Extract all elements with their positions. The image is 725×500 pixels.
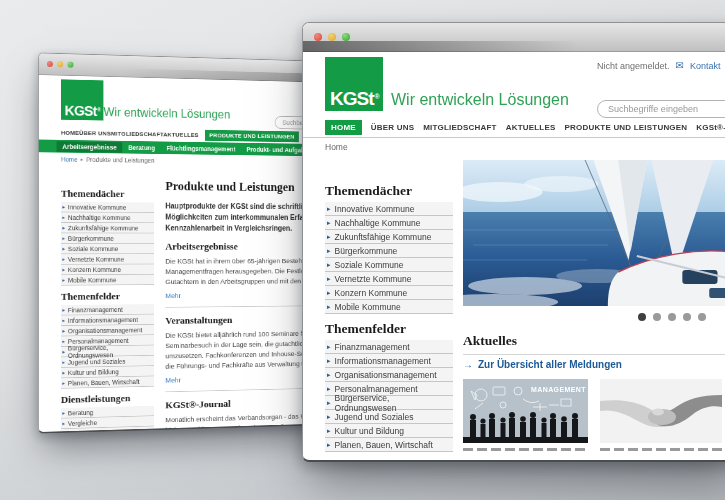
- nav-item-active[interactable]: HOME: [325, 120, 362, 135]
- close-button[interactable]: [47, 61, 53, 67]
- nav-item[interactable]: HOME: [61, 129, 79, 136]
- nav-item[interactable]: ÜBER UNS: [79, 129, 111, 136]
- arrow-icon: ▸: [327, 261, 331, 268]
- sidebar-item[interactable]: ▸Innovative Kommune: [61, 202, 154, 213]
- minimize-button[interactable]: [57, 61, 63, 67]
- carousel-dot[interactable]: [653, 313, 661, 321]
- more-link[interactable]: Mehr: [165, 376, 180, 384]
- arrow-icon: ▸: [62, 307, 65, 312]
- nav-item[interactable]: AKTUELLES: [506, 123, 556, 132]
- sidebar-item-label: Vernetzte Kommune: [335, 274, 412, 284]
- subnav-item[interactable]: Flüchtlingsmanagement: [161, 143, 241, 154]
- nav-item[interactable]: KGSt®-FORUM 2014: [696, 123, 725, 132]
- sidebar-item[interactable]: ▸Finanzmanagement: [325, 340, 453, 354]
- arrow-icon: ▸: [327, 289, 331, 296]
- sidebar-item[interactable]: ▸Nachhaltige Kommune: [61, 212, 154, 223]
- sidebar-item[interactable]: ▸Innovative Kommune: [325, 202, 453, 216]
- sidebar-item[interactable]: ▸Soziale Kommune: [61, 244, 154, 254]
- clipped-caption-row: [463, 448, 725, 451]
- sidebar-item[interactable]: ▸Vernetzte Kommune: [325, 272, 453, 286]
- management-news-image[interactable]: MANAGEMENT: [463, 379, 588, 443]
- breadcrumb-home-link[interactable]: Home: [61, 156, 78, 164]
- browser-window-front: KGSt® Wir entwickeln Lösungen Nicht ange…: [302, 22, 725, 462]
- nav-item[interactable]: ÜBER UNS: [371, 123, 414, 132]
- arrow-icon: ▸: [62, 236, 65, 241]
- news-overview-link[interactable]: → Zur Übersicht aller Meldungen: [463, 359, 725, 370]
- nav-item[interactable]: MITGLIEDSCHAFT: [423, 123, 496, 132]
- arrow-icon: ▸: [62, 246, 65, 251]
- sidebar-item-label: Seminare & Kongresse: [68, 428, 132, 433]
- arrow-icon: ▸: [327, 219, 331, 226]
- sailboat-illustration: [463, 160, 725, 306]
- logo-text: KGSt: [330, 89, 374, 108]
- sidebar-item[interactable]: ▸Vernetzte Kommune: [61, 254, 154, 265]
- sidebar-item[interactable]: ▸Soziale Kommune: [325, 258, 453, 272]
- zoom-button[interactable]: [342, 33, 350, 41]
- carousel-dot[interactable]: [683, 313, 691, 321]
- sidebar-item[interactable]: ▸Bürgerservice, Ordnungswesen: [325, 396, 453, 410]
- breadcrumb-current: Produkte und Leistungen: [86, 156, 154, 164]
- kgst-logo[interactable]: KGSt®: [61, 79, 103, 120]
- arrow-icon: ▸: [62, 370, 65, 375]
- sidebar-item-label: Zukunftsfähige Kommune: [335, 232, 432, 242]
- nav-item[interactable]: MITGLIEDSCHAFT: [111, 130, 163, 138]
- sidebar-item[interactable]: ▸Planen, Bauen, Wirtschaft: [325, 438, 453, 452]
- site-header: KGSt® Wir entwickeln Lösungen Nicht ange…: [303, 52, 725, 118]
- arrow-icon: ▸: [62, 421, 65, 426]
- sidebar-item[interactable]: ▸Organisationsmanagement: [325, 368, 453, 382]
- kgst-logo[interactable]: KGSt®: [325, 57, 383, 111]
- section-divider: [463, 354, 725, 355]
- sidebar-item[interactable]: ▸Planen, Bauen, Wirtschaft: [61, 376, 154, 388]
- arrow-icon: ▸: [62, 328, 65, 333]
- site-tagline: Wir entwickeln Lösungen: [391, 91, 569, 109]
- sidebar-item[interactable]: ▸Kultur und Bildung: [325, 424, 453, 438]
- sidebar-item[interactable]: ▸Zukunftsfähige Kommune: [61, 223, 154, 234]
- window-titlebar[interactable]: [303, 23, 725, 52]
- zoom-button[interactable]: [68, 62, 74, 68]
- sidebar-item[interactable]: ▸Nachhaltige Kommune: [325, 216, 453, 230]
- sidebar-item[interactable]: ▸Konzern Kommune: [61, 264, 154, 275]
- sidebar-item-label: Nachhaltige Kommune: [68, 214, 131, 222]
- arrow-icon: ▸: [327, 247, 331, 254]
- news-overview-link-label: Zur Übersicht aller Meldungen: [478, 359, 622, 370]
- arrow-icon: ▸: [62, 380, 65, 385]
- breadcrumb-current: Home: [325, 142, 348, 152]
- search-input[interactable]: [597, 100, 725, 118]
- close-button[interactable]: [314, 33, 322, 41]
- contact-link[interactable]: Kontakt: [690, 61, 721, 71]
- handshake-news-image[interactable]: [600, 379, 722, 443]
- news-section-title: Aktuelles: [463, 333, 725, 349]
- sidebar-item[interactable]: ▸Bürgerkommune: [61, 233, 154, 243]
- arrow-icon: ▸: [327, 343, 331, 350]
- sidebar-item[interactable]: ▸Zukunftsfähige Kommune: [325, 230, 453, 244]
- nav-item[interactable]: PRODUKTE UND LEISTUNGEN: [564, 123, 687, 132]
- arrow-icon: ▸: [62, 431, 65, 433]
- arrow-icon: ▸: [62, 339, 65, 344]
- more-link[interactable]: Mehr: [165, 291, 180, 299]
- logo-registered-mark: ®: [97, 107, 100, 112]
- login-status: Nicht angemeldet.: [597, 61, 670, 71]
- carousel-dot[interactable]: [638, 313, 646, 321]
- carousel-dot[interactable]: [668, 313, 676, 321]
- sidebar-item[interactable]: ▸Informationsmanagement: [325, 354, 453, 368]
- subnav-item[interactable]: Arbeitsergebnisse: [57, 141, 123, 152]
- nav-item-active[interactable]: PRODUKTE UND LEISTUNGEN: [205, 129, 299, 141]
- carousel-dot[interactable]: [698, 313, 706, 321]
- sidebar-item[interactable]: ▸Bürgerkommune: [325, 244, 453, 258]
- sidebar: Themendächer ▸Innovative Kommune▸Nachhal…: [61, 182, 154, 433]
- sidebar-item-label: Nachhaltige Kommune: [335, 218, 421, 228]
- sidebar-item[interactable]: ▸Mobile Kommune: [61, 275, 154, 286]
- sidebar-item[interactable]: ▸Bürgerservice, Ordnungswesen: [61, 345, 154, 357]
- arrow-icon: ▸: [62, 256, 65, 261]
- sailboat-carousel-image[interactable]: [463, 160, 725, 306]
- nav-item[interactable]: AKTUELLES: [163, 131, 198, 138]
- envelope-icon: ✉: [676, 61, 684, 71]
- sidebar-section-title: Themenfelder: [61, 290, 154, 303]
- sidebar-item-label: Jugend und Soziales: [335, 412, 414, 422]
- sidebar-item[interactable]: ▸Konzern Kommune: [325, 286, 453, 300]
- sidebar-item[interactable]: ▸Mobile Kommune: [325, 300, 453, 314]
- minimize-button[interactable]: [328, 33, 336, 41]
- subnav-item[interactable]: Beratung: [122, 142, 160, 153]
- arrow-icon: ▸: [327, 233, 331, 240]
- arrow-icon: ▸: [62, 360, 65, 365]
